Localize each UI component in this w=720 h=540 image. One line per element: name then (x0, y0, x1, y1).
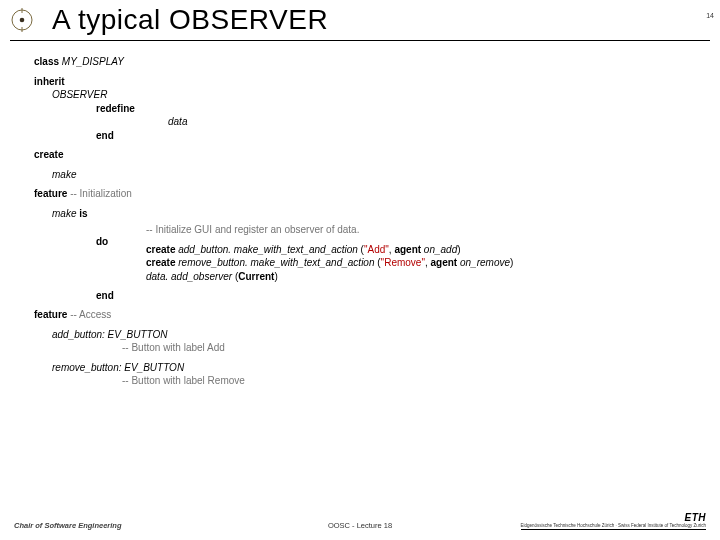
attr-name: remove_button (52, 362, 119, 373)
agent-target: on_remove (460, 257, 510, 268)
kw-create-inline: create (146, 244, 175, 255)
kw-feature: feature (34, 188, 67, 199)
eth-logo: ETH Eidgenössische Technische Hochschule… (521, 513, 706, 531)
kw-inherit: inherit (34, 76, 65, 87)
make-comment: -- Initialize GUI and register an observ… (146, 223, 513, 237)
kw-end: end (96, 130, 114, 141)
kw-redefine: redefine (96, 103, 135, 114)
string-literal: "Remove" (381, 257, 425, 268)
kw-feature: feature (34, 309, 67, 320)
parent-class: OBSERVER (52, 89, 107, 100)
kw-current: Current (238, 271, 274, 282)
attr-type: : EV_BUTTON (119, 362, 184, 373)
code-expr: data. add_observer (146, 271, 232, 282)
slide-header: A typical OBSERVER (0, 0, 720, 36)
attr-comment: -- Button with label Add (34, 341, 720, 355)
kw-is: is (79, 208, 87, 219)
make-decl: make (52, 208, 76, 219)
code-expr: add_button. make_with_text_and_action (178, 244, 358, 255)
footer-left: Chair of Software Engineering (14, 521, 122, 530)
kw-agent: agent (394, 244, 421, 255)
kw-create-inline: create (146, 257, 175, 268)
kw-agent: agent (431, 257, 458, 268)
kw-create: create (34, 149, 63, 160)
eth-logo-bar (521, 529, 706, 530)
slide-footer: Chair of Software Engineering OOSC - Lec… (0, 513, 720, 531)
page-number: 14 (706, 12, 714, 19)
code-expr: remove_button. make_with_text_and_action (178, 257, 374, 268)
agent-target: on_add (424, 244, 457, 255)
class-name: MY_DISPLAY (62, 56, 124, 67)
slide-title: A typical OBSERVER (52, 4, 328, 36)
kw-do: do (96, 236, 108, 247)
kw-class: class (34, 56, 59, 67)
string-literal: "Add" (364, 244, 389, 255)
creator-name: make (52, 169, 76, 180)
attr-type: : EV_BUTTON (102, 329, 167, 340)
redefined-feature: data (168, 115, 187, 129)
code-block: class MY_DISPLAY inherit OBSERVER redefi… (0, 41, 720, 388)
eth-logo-subtext: Eidgenössische Technische Hochschule Zür… (521, 524, 706, 529)
bullet-icon (10, 8, 34, 32)
section-comment: -- Access (70, 309, 111, 320)
attr-name: add_button (52, 329, 102, 340)
footer-center: OOSC - Lecture 18 (328, 521, 392, 530)
eth-logo-text: ETH (685, 512, 707, 523)
attr-comment: -- Button with label Remove (34, 374, 720, 388)
svg-point-1 (20, 18, 25, 23)
section-comment: -- Initialization (70, 188, 132, 199)
kw-end: end (96, 290, 114, 301)
